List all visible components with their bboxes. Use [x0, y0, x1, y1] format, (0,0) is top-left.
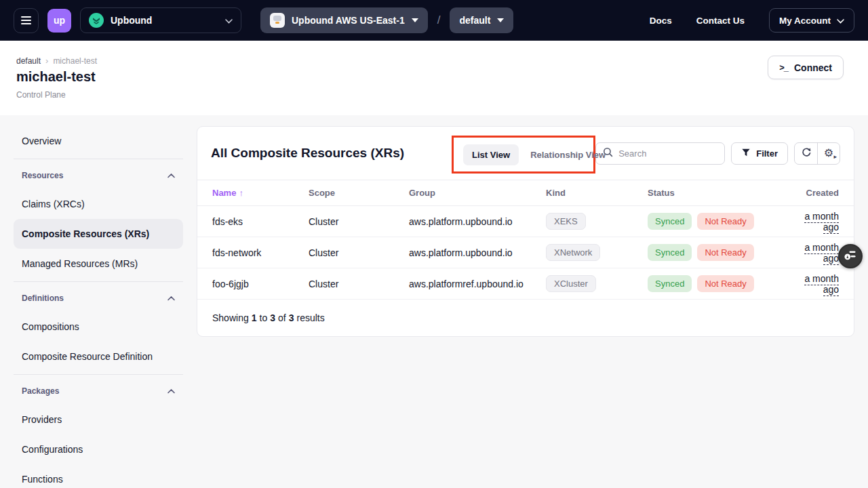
sidebar-item-configurations[interactable]: Configurations — [14, 434, 183, 464]
control-plane-selector[interactable]: Upbound AWS US-East-1 — [260, 7, 428, 33]
my-account-menu[interactable]: My Account — [769, 8, 854, 33]
search-box — [595, 142, 725, 165]
sidebar-item-providers[interactable]: Providers — [14, 405, 183, 434]
table-actions-group: ⚙▸ — [794, 142, 840, 165]
cell-scope: Cluster — [309, 216, 409, 227]
sidebar-item-managed-resources-mrs[interactable]: Managed Resources (MRs) — [14, 249, 183, 279]
not-ready-status-badge: Not Ready — [697, 275, 753, 292]
upbound-logo[interactable]: up — [47, 9, 71, 33]
connect-button[interactable]: >_ Connect — [768, 56, 844, 79]
not-ready-status-badge: Not Ready — [697, 213, 753, 230]
sidebar-divider — [14, 281, 183, 282]
synced-status-badge: Synced — [648, 275, 692, 292]
table-row[interactable]: foo-6jgjb Cluster aws.platformref.upboun… — [197, 268, 854, 300]
sidebar-section-definitions-label: Definitions — [22, 293, 64, 303]
sidebar-section-definitions[interactable]: Definitions — [14, 285, 183, 312]
extension-overlay-button[interactable] — [838, 244, 863, 268]
contact-us-link[interactable]: Contact Us — [696, 16, 745, 26]
sidebar-item-functions[interactable]: Functions — [14, 464, 183, 488]
column-header-scope[interactable]: Scope — [309, 188, 409, 198]
hamburger-menu-button[interactable] — [14, 8, 39, 33]
terminal-icon: >_ — [779, 62, 788, 73]
sidebar-item-composite-resource-definition[interactable]: Composite Resource Definition — [14, 342, 183, 371]
chevron-down-icon — [497, 18, 504, 22]
sidebar-section-packages[interactable]: Packages — [14, 378, 183, 405]
refresh-button[interactable] — [795, 143, 817, 164]
control-plane-icon — [270, 13, 285, 28]
control-plane-selector-label: Upbound AWS US-East-1 — [292, 15, 405, 26]
column-header-name[interactable]: Name↑ — [212, 188, 309, 198]
annotation-highlight-box: List View Relationship View — [452, 136, 595, 174]
cell-group: aws.platform.upbound.io — [409, 216, 546, 227]
table-header-row: Name↑ Scope Group Kind Status Created — [197, 180, 854, 206]
filter-icon — [741, 148, 751, 159]
synced-status-badge: Synced — [648, 213, 692, 230]
results-summary: Showing1to3of3results — [197, 300, 854, 336]
panel-header-actions: Filter ⚙▸ — [595, 142, 840, 165]
created-timestamp: a month ago — [804, 211, 839, 234]
upbound-logo-text: up — [54, 15, 65, 26]
page-header: default › michael-test michael-test Cont… — [0, 41, 868, 115]
sidebar-section-resources[interactable]: Resources — [14, 162, 183, 189]
sidebar-divider — [14, 159, 183, 159]
breadcrumb: default › michael-test — [16, 56, 97, 66]
sidebar-item-overview[interactable]: Overview — [14, 126, 183, 156]
sidebar-section-packages-label: Packages — [22, 386, 59, 396]
filter-button[interactable]: Filter — [731, 142, 788, 165]
panel-header: All Composite Resources (XRs) List View … — [197, 127, 854, 180]
org-selector-dropdown[interactable]: Upbound — [80, 7, 241, 33]
column-header-status[interactable]: Status — [648, 188, 787, 198]
extension-overlay-icon — [843, 247, 858, 265]
filter-button-label: Filter — [756, 148, 778, 159]
cell-name: foo-6jgjb — [212, 279, 309, 289]
path-separator: / — [437, 14, 441, 27]
sidebar-item-claims-xrcs[interactable]: Claims (XRCs) — [14, 189, 183, 219]
composite-resources-panel: All Composite Resources (XRs) List View … — [197, 126, 854, 337]
breadcrumb-root-link[interactable]: default — [16, 56, 41, 66]
sidebar-section-resources-label: Resources — [22, 171, 63, 180]
cell-group: aws.platform.upbound.io — [409, 247, 546, 258]
column-header-created[interactable]: Created — [787, 188, 839, 198]
chevron-up-icon — [167, 171, 175, 180]
synced-status-badge: Synced — [648, 244, 692, 261]
relationship-view-toggle[interactable]: Relationship View — [530, 150, 606, 160]
auto-refresh-settings-button[interactable]: ⚙▸ — [817, 143, 840, 164]
list-view-toggle[interactable]: List View — [463, 144, 519, 165]
sort-ascending-icon: ↑ — [239, 188, 243, 198]
cell-scope: Cluster — [309, 279, 409, 289]
group-selector[interactable]: default — [450, 7, 513, 33]
column-header-kind[interactable]: Kind — [546, 188, 648, 198]
created-timestamp: a month ago — [804, 273, 839, 296]
kind-badge: XEKS — [546, 213, 586, 230]
cell-name: fds-eks — [212, 216, 309, 227]
column-header-group[interactable]: Group — [409, 188, 546, 198]
page-title: michael-test — [16, 69, 96, 85]
page-subtitle: Control Plane — [16, 90, 66, 100]
sidebar-item-composite-resources-xrs[interactable]: Composite Resources (XRs) — [14, 219, 183, 249]
chevron-down-icon — [837, 16, 844, 26]
cell-status: Synced Not Ready — [648, 275, 787, 292]
org-avatar-icon — [89, 13, 104, 28]
search-input[interactable] — [618, 148, 717, 159]
kind-badge: XNetwork — [546, 244, 600, 261]
chevron-down-icon — [412, 18, 418, 22]
org-selector-label: Upbound — [111, 15, 152, 26]
navbar-right-links: Docs Contact Us My Account — [650, 8, 854, 33]
refresh-icon — [801, 146, 812, 160]
my-account-label: My Account — [779, 16, 831, 26]
breadcrumb-current: michael-test — [53, 56, 97, 66]
docs-link[interactable]: Docs — [650, 16, 672, 26]
cell-name: fds-network — [212, 247, 309, 258]
cell-scope: Cluster — [309, 247, 409, 258]
chevron-up-icon — [167, 293, 175, 303]
breadcrumb-separator-icon: › — [45, 56, 48, 66]
group-selector-label: default — [459, 15, 490, 26]
kind-badge: XCluster — [546, 275, 596, 292]
chevron-down-icon — [225, 14, 233, 26]
sidebar-item-compositions[interactable]: Compositions — [14, 312, 183, 342]
table-row[interactable]: fds-network Cluster aws.platform.upbound… — [197, 237, 854, 268]
sidebar-divider — [14, 374, 183, 375]
panel-title: All Composite Resources (XRs) — [211, 146, 404, 161]
table-row[interactable]: fds-eks Cluster aws.platform.upbound.io … — [197, 206, 854, 237]
app-root: up Upbound Upbound AWS US-East-1 / defau… — [0, 0, 868, 488]
